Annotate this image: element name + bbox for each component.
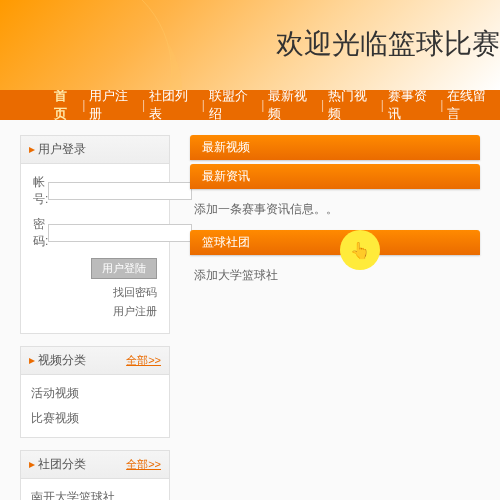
video-category-panel: ▸视频分类 全部>> 活动视频 比赛视频 <box>20 346 170 438</box>
pointer-cursor-icon: 👆 <box>340 230 380 270</box>
nav-latest-video[interactable]: 最新视频 <box>264 87 321 123</box>
login-panel: ▸用户登录 帐号: 密码: 用户登陆 找回密码 用户注册 <box>20 135 170 334</box>
account-label: 帐号: <box>33 174 48 208</box>
sidebar: ▸用户登录 帐号: 密码: 用户登陆 找回密码 用户注册 <box>20 135 170 500</box>
main-nav: 首页| 用户注册| 社团列表| 联盟介绍| 最新视频| 热门视频| 赛事资讯| … <box>0 90 500 120</box>
club-cat-title: 社团分类 <box>38 457 86 471</box>
club-text: 添加大学篮球社 <box>190 259 480 296</box>
nav-clubs[interactable]: 社团列表 <box>145 87 202 123</box>
main-area: ▸用户登录 帐号: 密码: 用户登陆 找回密码 用户注册 <box>0 120 500 500</box>
account-input[interactable] <box>48 182 192 200</box>
list-item[interactable]: 南开大学篮球社 <box>31 485 159 500</box>
club-category-panel: ▸社团分类 全部>> 南开大学篮球社 天津大学篮球社 <box>20 450 170 500</box>
list-item[interactable]: 比赛视频 <box>31 406 159 431</box>
club-cat-header: ▸社团分类 全部>> <box>21 451 169 479</box>
nav-register[interactable]: 用户注册 <box>85 87 142 123</box>
content-area: 最新视频 最新资讯 添加一条赛事资讯信息。。 篮球社团 添加大学篮球社 👆 <box>190 135 480 500</box>
tab-clubs[interactable]: 篮球社团 <box>190 230 480 255</box>
password-input[interactable] <box>48 224 192 242</box>
list-item[interactable]: 活动视频 <box>31 381 159 406</box>
page-title: 欢迎光临篮球比赛 <box>276 25 500 63</box>
nav-guestbook[interactable]: 在线留言 <box>443 87 500 123</box>
tab-latest-video[interactable]: 最新视频 <box>190 135 480 160</box>
login-title: 用户登录 <box>38 142 86 156</box>
tab-latest-news[interactable]: 最新资讯 <box>190 164 480 189</box>
nav-news[interactable]: 赛事资讯 <box>384 87 441 123</box>
arrow-icon: ▸ <box>29 353 35 367</box>
news-text: 添加一条赛事资讯信息。。 <box>190 193 480 230</box>
nav-about[interactable]: 联盟介绍 <box>205 87 262 123</box>
page-header: 欢迎光临篮球比赛 <box>0 0 500 90</box>
forgot-password-link[interactable]: 找回密码 <box>33 285 157 300</box>
login-button[interactable]: 用户登陆 <box>91 258 157 279</box>
register-link[interactable]: 用户注册 <box>33 304 157 319</box>
arrow-icon: ▸ <box>29 457 35 471</box>
video-cat-header: ▸视频分类 全部>> <box>21 347 169 375</box>
login-panel-header: ▸用户登录 <box>21 136 169 164</box>
nav-hot-video[interactable]: 热门视频 <box>324 87 381 123</box>
video-cat-title: 视频分类 <box>38 353 86 367</box>
video-cat-more[interactable]: 全部>> <box>126 353 161 368</box>
nav-home[interactable]: 首页 <box>50 87 82 123</box>
password-label: 密码: <box>33 216 48 250</box>
arrow-icon: ▸ <box>29 142 35 156</box>
club-cat-more[interactable]: 全部>> <box>126 457 161 472</box>
